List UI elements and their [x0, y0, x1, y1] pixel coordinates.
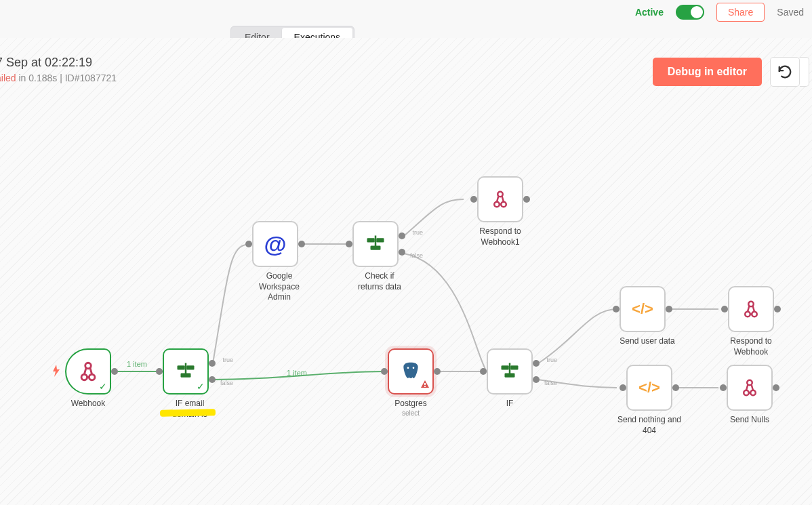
svg-point-11: [494, 202, 500, 207]
node-send-nulls[interactable]: [727, 365, 773, 411]
output-port[interactable]: [111, 368, 118, 375]
node-postgres[interactable]: [388, 348, 434, 395]
svg-rect-6: [185, 363, 187, 377]
port-label-false: false: [410, 252, 423, 259]
svg-rect-21: [509, 363, 511, 377]
node-google-workspace-admin[interactable]: @: [252, 221, 298, 267]
yellow-highlight: [160, 409, 216, 416]
webhook-icon: [77, 360, 100, 383]
output-port-true[interactable]: [533, 360, 540, 367]
port-label-true: true: [222, 357, 233, 363]
node-if-label: IF: [487, 399, 533, 409]
refresh-icon: [777, 64, 792, 79]
saved-label: Saved: [777, 7, 804, 18]
branch-icon: [365, 234, 386, 254]
output-port[interactable]: [666, 306, 672, 312]
node-send-nulls-label: Send Nulls: [721, 415, 778, 426]
node-if[interactable]: true false: [487, 348, 533, 395]
node-gworkspace-label: Google Workspace Admin: [252, 271, 306, 303]
svg-rect-8: [376, 238, 384, 242]
node-postgres-label: Postgres: [388, 399, 434, 409]
svg-point-22: [745, 312, 750, 317]
svg-rect-16: [424, 383, 426, 385]
share-button[interactable]: Share: [716, 3, 765, 22]
code-icon: </>: [632, 300, 653, 318]
check-icon: ✓: [99, 381, 107, 392]
output-port-false[interactable]: [209, 376, 216, 383]
input-port[interactable]: [381, 368, 388, 375]
svg-point-12: [501, 202, 506, 207]
svg-point-26: [750, 390, 756, 396]
webhook-icon: [741, 299, 761, 319]
more-button[interactable]: [800, 57, 809, 87]
port-label-false: false: [544, 380, 557, 386]
output-port-true[interactable]: [209, 360, 216, 367]
execution-date: 7 Sep at 02:22:19: [0, 56, 117, 70]
execution-duration: in 0.188s: [16, 73, 60, 83]
node-if-email-domain[interactable]: ✓ true false: [163, 348, 209, 395]
execution-status: ailed: [0, 73, 16, 83]
svg-rect-4: [186, 365, 194, 369]
execution-header: 7 Sep at 02:22:19 ailed in 0.188s | ID#1…: [0, 56, 117, 83]
svg-point-1: [89, 374, 95, 380]
input-port[interactable]: [480, 368, 487, 375]
output-port[interactable]: [672, 384, 679, 391]
node-webhook[interactable]: ✓: [65, 348, 111, 395]
error-icon: [420, 380, 430, 392]
output-port[interactable]: [523, 196, 530, 203]
at-icon: @: [264, 231, 286, 258]
port-label-false: false: [220, 380, 233, 386]
edge-label-1-item-a: 1 item: [125, 360, 149, 368]
node-send-nothing-label: Send nothing and 404: [615, 415, 683, 436]
input-port[interactable]: [156, 368, 163, 375]
svg-point-0: [81, 374, 87, 380]
check-icon: ✓: [197, 381, 205, 392]
webhook-icon: [490, 189, 510, 209]
active-label: Active: [635, 7, 664, 18]
svg-rect-18: [502, 365, 509, 369]
execution-id: ID#1087721: [62, 73, 117, 83]
svg-point-23: [752, 312, 757, 317]
svg-rect-10: [375, 236, 377, 249]
postgres-icon: [400, 361, 422, 382]
output-port[interactable]: [434, 368, 441, 375]
input-port[interactable]: [613, 306, 620, 312]
node-send-user-data[interactable]: </>: [620, 286, 666, 332]
svg-point-25: [744, 390, 749, 396]
output-port[interactable]: [773, 384, 779, 391]
active-toggle[interactable]: [676, 5, 704, 20]
node-send-nothing-404[interactable]: </>: [626, 365, 672, 411]
port-label-true: true: [412, 229, 423, 236]
input-port[interactable]: [721, 306, 728, 312]
debug-in-editor-button[interactable]: Debug in editor: [653, 58, 762, 86]
svg-point-14: [407, 367, 409, 369]
svg-rect-3: [178, 365, 185, 369]
output-port-false[interactable]: [399, 249, 405, 256]
input-port[interactable]: [245, 241, 252, 247]
node-respond-to-webhook[interactable]: [728, 286, 774, 332]
output-port[interactable]: [774, 306, 781, 312]
node-postgres-sublabel: select: [388, 409, 434, 417]
input-port[interactable]: [620, 384, 626, 391]
node-webhook-label: Webhook: [65, 399, 111, 409]
node-check-if-returns-data[interactable]: true false: [352, 221, 399, 267]
svg-point-15: [413, 367, 415, 369]
output-port-false[interactable]: [533, 376, 540, 383]
node-respond1-label: Respond to Webhook1: [466, 226, 534, 247]
output-port-true[interactable]: [399, 233, 405, 239]
input-port[interactable]: [470, 196, 477, 203]
branch-icon: [176, 361, 196, 382]
output-port[interactable]: [298, 241, 305, 247]
node-check-returns-label: Check if returns data: [352, 271, 407, 292]
branch-icon: [500, 361, 520, 382]
trigger-bolt-icon: [52, 365, 61, 380]
edge-label-1-item-b: 1 item: [285, 369, 309, 377]
input-port[interactable]: [346, 241, 352, 247]
code-icon: </>: [638, 379, 660, 397]
refresh-button[interactable]: [770, 57, 800, 87]
node-respond-to-webhook1[interactable]: [477, 176, 523, 222]
node-send-user-data-label: Send user data: [620, 336, 675, 347]
input-port[interactable]: [720, 384, 727, 391]
svg-rect-17: [424, 386, 426, 387]
svg-rect-19: [510, 365, 518, 369]
